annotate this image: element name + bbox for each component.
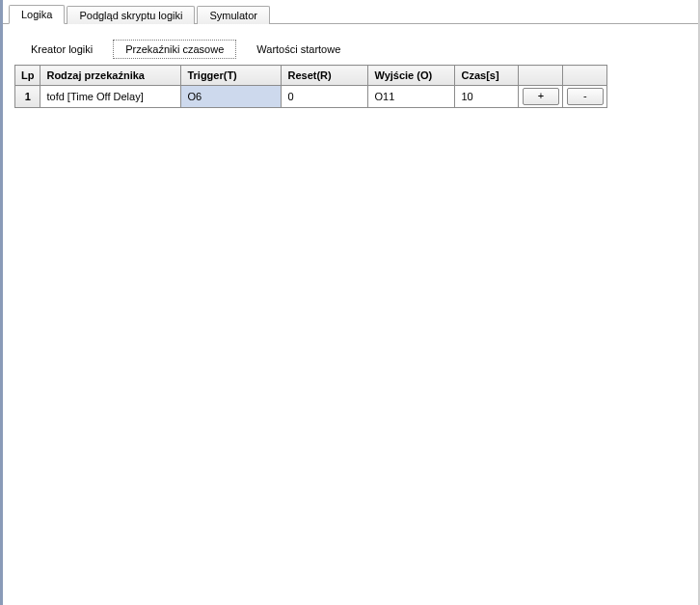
cell-add: + xyxy=(519,86,563,108)
relay-table-wrap: Lp Rodzaj przekaźnika Trigger(T) Reset(R… xyxy=(14,65,690,108)
table-header-row: Lp Rodzaj przekaźnika Trigger(T) Reset(R… xyxy=(15,66,607,86)
subtab-wartosci-startowe[interactable]: Wartości startowe xyxy=(244,40,353,59)
cell-type[interactable]: tofd [Time Off Delay] xyxy=(40,86,181,108)
cell-lp[interactable]: 1 xyxy=(15,86,40,108)
header-time[interactable]: Czas[s] xyxy=(455,66,519,86)
header-lp[interactable]: Lp xyxy=(15,66,40,86)
tab-logika[interactable]: Logika xyxy=(9,5,65,24)
cell-remove: - xyxy=(563,86,607,108)
header-remove xyxy=(563,66,607,86)
cell-time[interactable]: 10 xyxy=(455,86,519,108)
app-window: Logika Podgląd skryptu logiki Symulator … xyxy=(0,0,700,605)
header-trigger[interactable]: Trigger(T) xyxy=(181,66,282,86)
main-tab-strip: Logika Podgląd skryptu logiki Symulator xyxy=(3,0,700,24)
table-row: 1 tofd [Time Off Delay] O6 0 O11 10 + - xyxy=(15,86,607,108)
tab-symulator[interactable]: Symulator xyxy=(197,6,270,24)
header-type[interactable]: Rodzaj przekaźnika xyxy=(40,66,181,86)
header-reset[interactable]: Reset(R) xyxy=(282,66,368,86)
cell-output[interactable]: O11 xyxy=(368,86,455,108)
header-output[interactable]: Wyjście (O) xyxy=(368,66,455,86)
header-add xyxy=(519,66,563,86)
cell-reset[interactable]: 0 xyxy=(282,86,368,108)
subtab-przekazniki-czasowe[interactable]: Przekaźniki czasowe xyxy=(113,40,236,59)
sub-tab-strip: Kreator logiki Przekaźniki czasowe Warto… xyxy=(3,24,700,59)
subtab-kreator-logiki[interactable]: Kreator logiki xyxy=(18,40,105,59)
cell-trigger[interactable]: O6 xyxy=(181,86,282,108)
relay-table: Lp Rodzaj przekaźnika Trigger(T) Reset(R… xyxy=(14,65,607,108)
tab-podglad-skryptu[interactable]: Podgląd skryptu logiki xyxy=(67,6,195,24)
add-row-button[interactable]: + xyxy=(523,88,559,105)
remove-row-button[interactable]: - xyxy=(567,88,604,105)
